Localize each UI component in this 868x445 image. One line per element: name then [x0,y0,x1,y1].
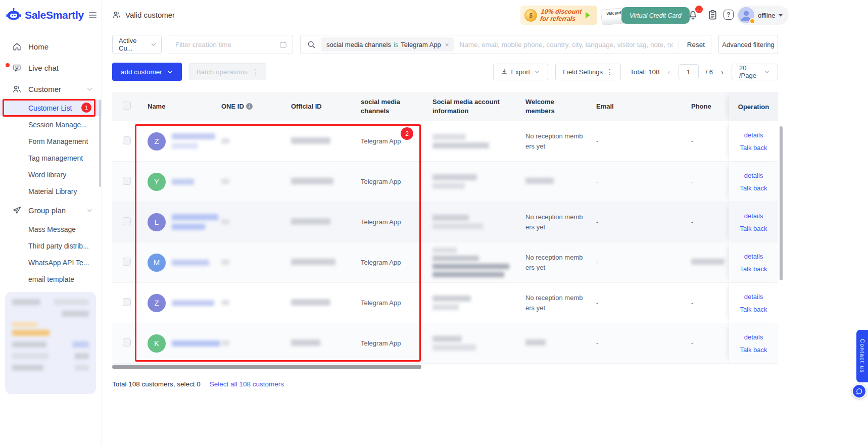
name-cell[interactable]: Z [141,294,215,312]
creation-time-filter-input[interactable]: Filter creation time [169,35,293,54]
info-icon[interactable]: i [246,103,253,110]
email-cell: - [590,259,685,266]
row-checkbox[interactable] [123,217,131,225]
select-all-checkbox[interactable] [123,102,131,110]
details-link[interactable]: details [744,131,763,139]
sidebar-scrollbar[interactable] [99,100,101,187]
sidebar-item-form-management[interactable]: Form Management [0,133,102,150]
advanced-filtering-button[interactable]: Advanced filtering [718,35,778,54]
column-header-name: Name [141,102,215,111]
redacted-text [75,365,89,371]
row-checkbox[interactable] [123,177,131,185]
row-checkbox[interactable] [123,338,131,347]
redacted-id [291,178,333,184]
redacted-text [432,142,489,149]
talk-back-link[interactable]: Talk back [740,346,767,354]
remove-tag-icon[interactable]: × [445,41,449,48]
logo-text: SaleSmartly [25,9,84,21]
redacted-name [172,214,218,220]
row-select-cell [112,258,141,267]
next-page-icon[interactable]: › [720,68,725,76]
add-customer-button[interactable]: add customer [112,63,182,81]
table-vertical-scrollbar[interactable] [780,126,783,280]
name-cell[interactable]: M [141,254,215,272]
sidebar-item-third-party-distribution[interactable]: Third party distrib... [0,237,102,254]
redacted-text [432,272,504,277]
sidebar-item-home[interactable]: Home [0,36,102,57]
collapse-sidebar-icon[interactable] [87,11,98,20]
virtual-credit-card-button[interactable]: Virtual Credit Card [621,7,690,24]
notifications-bell-icon[interactable]: ... [687,9,699,20]
redacted-id [291,137,330,144]
details-link[interactable]: details [744,172,763,179]
row-select-cell [112,338,141,348]
status-dot [749,18,755,24]
talk-back-link[interactable]: Talk back [740,225,767,232]
sidebar-item-word-library[interactable]: Word library [0,166,102,183]
user-status-menu[interactable]: offline [737,6,789,25]
contact-us-tab[interactable]: Contact us [856,330,868,382]
search-filter-tag[interactable]: social media channels is Telegram App × [321,37,454,52]
row-checkbox[interactable] [123,258,131,266]
batch-operations-button[interactable]: Batch operations ⋮ [189,63,266,80]
redacted-id [221,179,229,184]
redacted-text [432,336,462,342]
customer-search-input[interactable]: social media channels is Telegram App × … [300,35,711,54]
talk-back-link[interactable]: Talk back [740,184,767,192]
talk-back-link[interactable]: Talk back [740,306,767,313]
details-link[interactable]: details [744,333,763,341]
page-size-select[interactable]: 20 /Page [732,64,778,80]
name-cell[interactable]: Z [141,132,215,151]
select-all-cell [112,102,141,112]
page-size-label: 20 /Page [739,64,760,79]
redacted-link[interactable] [73,341,89,348]
name-cell[interactable]: Y [141,173,215,191]
select-all-link[interactable]: Select all 108 customers [210,380,284,388]
sidebar-item-label: Customer List [28,104,72,112]
customer-segment-select[interactable]: Active Cu... [112,35,162,54]
redacted-name [172,133,215,139]
sidebar-item-label: Session Manage... [28,121,87,129]
phone-cell: - [685,339,729,347]
operation-cell: detailsTalk back [729,202,778,242]
page-total: / 6 [706,68,713,76]
sidebar-item-session-management[interactable]: Session Manage... [0,116,102,133]
sidebar-item-customer[interactable]: Customer [0,78,102,100]
operation-cell: detailsTalk back [729,162,778,202]
clipboard-icon[interactable] [707,9,718,21]
sidebar-item-whatsapp-api[interactable]: WhatsApp API Te... [0,254,102,271]
chevron-down-icon [86,207,93,214]
redacted-id [221,260,229,265]
one-id-cell [215,218,285,226]
details-link[interactable]: details [744,253,763,260]
name-cell[interactable]: K [141,334,215,353]
page-number-input[interactable]: 1 [679,64,699,79]
horizontal-scrollbar[interactable] [112,365,421,369]
coin-icon: $ [524,9,537,22]
sidebar-item-mass-message[interactable]: Mass Message [0,221,102,237]
field-settings-button[interactable]: Field Settings ⋮ [555,64,621,80]
filter-row: Active Cu... Filter creation time social… [112,35,778,54]
table-row: M Telegram App No reception members yet … [112,242,778,283]
details-link[interactable]: details [744,212,763,220]
sidebar-item-customer-list[interactable]: Customer List [0,100,102,116]
details-link[interactable]: details [744,293,763,301]
referral-promo-banner[interactable]: $ 10% discountfor referrals [520,6,597,25]
talk-back-link[interactable]: Talk back [740,265,767,273]
sidebar-item-material-library[interactable]: Material Library [0,183,102,200]
sidebar-item-tag-management[interactable]: Tag management [0,150,102,166]
reset-button[interactable]: Reset [679,39,705,50]
sidebar-item-live-chat[interactable]: Live chat [0,57,102,78]
sidebar-item-email-template[interactable]: email template [0,271,102,287]
name-cell[interactable]: L [141,213,215,231]
avatar: L [148,213,166,231]
prev-page-icon[interactable]: ‹ [667,68,671,76]
row-checkbox[interactable] [123,298,131,306]
redacted-text [432,134,466,140]
sidebar-item-group-plan[interactable]: Group plan [0,200,102,221]
talk-back-link[interactable]: Talk back [740,144,767,152]
export-button[interactable]: Export [493,64,549,80]
contact-chat-icon[interactable] [852,384,866,399]
row-checkbox[interactable] [123,136,131,144]
help-icon[interactable]: ? [724,10,734,20]
